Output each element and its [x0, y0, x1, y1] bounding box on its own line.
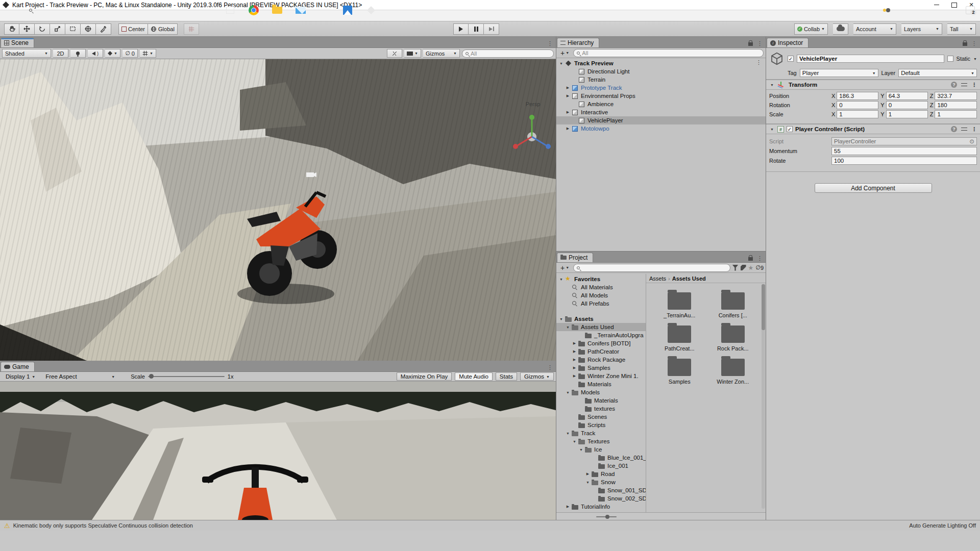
project-tree-item[interactable]: ▶ Samples [556, 364, 646, 372]
expand-arrow[interactable]: ▼ [558, 317, 564, 321]
scene-effects-dropdown[interactable]: ▼ [105, 49, 120, 58]
x-input[interactable]: 186.3 [837, 92, 878, 100]
object-name-field[interactable]: VehiclePlayer [797, 55, 944, 63]
expand-arrow[interactable]: ▶ [572, 366, 577, 370]
project-tree-item[interactable]: ▼ Textures [556, 437, 646, 445]
menu-item[interactable] [49, 10, 58, 21]
expand-arrow[interactable]: ▼ [565, 391, 571, 394]
scene-gizmos-dropdown[interactable]: Gizmos▼ [423, 49, 460, 58]
expand-arrow[interactable]: ▶ [572, 358, 577, 362]
hidden-objects-button[interactable]: ∅0 [122, 49, 138, 58]
script-object-field[interactable]: PlayerController ⊙ [831, 137, 977, 145]
layer-dropdown[interactable]: Default▼ [898, 69, 977, 77]
menu-item[interactable] [3, 10, 12, 21]
thumbnail-size-slider[interactable] [596, 516, 617, 517]
pause-button[interactable] [469, 23, 484, 35]
hierarchy-item[interactable]: ▶ Motolowpo [556, 124, 766, 133]
expand-arrow[interactable]: ▼ [558, 62, 564, 65]
active-checkbox[interactable]: ✓ [788, 56, 794, 62]
folder-item[interactable]: _TerrainAu... [653, 292, 706, 318]
hierarchy-item[interactable]: Terrain [556, 76, 766, 84]
folder-item[interactable]: Rock Pack... [707, 325, 760, 352]
lock-icon[interactable] [963, 42, 967, 46]
x-input[interactable]: 0 [837, 101, 878, 109]
scale-slider-handle[interactable] [149, 374, 154, 379]
project-tree-item[interactable]: All Models [556, 291, 646, 299]
hierarchy-item[interactable]: Ambience [556, 100, 766, 108]
pivot-toggle-button[interactable]: Center [118, 23, 148, 35]
hierarchy-item[interactable]: VehiclePlayer [556, 116, 766, 124]
project-tree-item[interactable]: ▼ Assets Used [556, 323, 646, 331]
script-field-input[interactable]: 55 [831, 147, 977, 155]
scene-camera-dropdown[interactable]: ▼ [404, 49, 421, 58]
play-button[interactable] [453, 23, 469, 35]
project-tree-item[interactable]: ▼ Snow [556, 478, 646, 486]
game-menu-kebab-icon[interactable]: ⋮ [547, 365, 553, 370]
component-kebab-icon[interactable]: ⋮ [971, 127, 977, 132]
foldout-arrow[interactable]: ▼ [769, 83, 775, 87]
expand-arrow[interactable]: ▼ [565, 432, 571, 435]
folder-item[interactable]: Samples [653, 359, 706, 385]
account-dropdown[interactable]: Account▼ [853, 23, 896, 35]
help-icon[interactable]: ? [951, 126, 957, 132]
search-by-type-icon[interactable] [732, 265, 739, 271]
transform-component-header[interactable]: ▼ Transform ? ⋮ [766, 80, 980, 90]
scene-viewport[interactable]: Persp [0, 59, 556, 361]
project-tree-item[interactable]: Materials [556, 396, 646, 405]
scale-tool-button[interactable] [50, 23, 65, 35]
scene-tools-toggle[interactable] [387, 49, 402, 58]
search-favorites-star-icon[interactable]: ★ [748, 264, 754, 271]
project-tree-item[interactable]: textures [556, 405, 646, 413]
project-tree-item[interactable]: Ice_001 [556, 462, 646, 470]
status-warning-text[interactable]: Kinematic body only supports Speculative… [13, 522, 193, 529]
minimize-button[interactable] [928, 0, 945, 10]
maximize-on-play-button[interactable]: Maximize On Play [397, 372, 452, 381]
component-enabled-checkbox[interactable]: ✓ [787, 126, 793, 132]
static-dropdown-arrow[interactable]: ▼ [973, 57, 977, 61]
menu-item[interactable] [58, 10, 67, 21]
project-tree-item[interactable]: ▶ Conifers [BOTD] [556, 339, 646, 347]
lighting-status-text[interactable]: Auto Generate Lighting Off [909, 522, 976, 529]
menu-item[interactable] [12, 10, 21, 21]
tab-hierarchy[interactable]: Hierarchy [557, 38, 599, 47]
project-search[interactable] [573, 264, 730, 272]
z-input[interactable]: 323.7 [935, 92, 977, 100]
project-tree-item[interactable]: All Prefabs [556, 299, 646, 308]
y-input[interactable]: 64.3 [886, 92, 928, 100]
hierarchy-item[interactable]: ▶ Environmental Props [556, 92, 766, 100]
rotate-tool-button[interactable] [35, 23, 50, 35]
expand-arrow[interactable]: ▶ [572, 341, 577, 345]
project-tree-item[interactable]: Scenes [556, 413, 646, 421]
scene-audio-toggle[interactable]: ) [88, 49, 103, 58]
project-tree-item[interactable]: ▼ Track [556, 429, 646, 437]
lock-icon[interactable] [748, 257, 753, 261]
hierarchy-item[interactable]: ▶ Prototype Track [556, 84, 766, 92]
y-input[interactable]: 0 [886, 101, 928, 109]
expand-arrow[interactable]: ▶ [565, 110, 571, 114]
project-tree-item[interactable]: ▼ Favorites [556, 275, 646, 283]
menu-item[interactable] [67, 10, 77, 21]
scene-collection-kebab-icon[interactable]: ⋮ [756, 60, 762, 65]
project-tree-item[interactable]: ▶ PathCreator [556, 347, 646, 356]
project-tree-item[interactable]: ▶ Road [556, 470, 646, 478]
cloud-services-button[interactable] [833, 23, 848, 35]
breadcrumb-current[interactable]: Assets Used [672, 276, 706, 282]
object-picker-icon[interactable]: ⊙ [969, 138, 974, 145]
hierarchy-menu-kebab-icon[interactable]: ⋮ [757, 41, 763, 46]
expand-arrow[interactable]: ▶ [565, 505, 571, 509]
expand-arrow[interactable]: ▼ [585, 481, 591, 484]
scene-search[interactable] [462, 49, 554, 58]
project-tree-item[interactable]: Snow_001_SD [556, 486, 646, 494]
add-component-button[interactable]: Add Component [815, 183, 932, 193]
project-tree-item[interactable]: ▼ Assets [556, 315, 646, 323]
preset-icon[interactable] [961, 82, 967, 87]
y-input[interactable]: 1 [886, 110, 928, 118]
hand-tool-button[interactable] [4, 23, 19, 35]
foldout-arrow[interactable]: ▼ [769, 128, 775, 131]
tab-inspector[interactable]: i Inspector [767, 38, 808, 47]
expand-arrow[interactable]: ▶ [572, 349, 577, 354]
expand-arrow[interactable]: ▼ [572, 440, 577, 443]
project-tree-item[interactable]: ▼ Ice [556, 445, 646, 454]
project-hidden-count-button[interactable]: ∅9 [755, 264, 764, 271]
search-by-label-icon[interactable] [741, 265, 746, 270]
